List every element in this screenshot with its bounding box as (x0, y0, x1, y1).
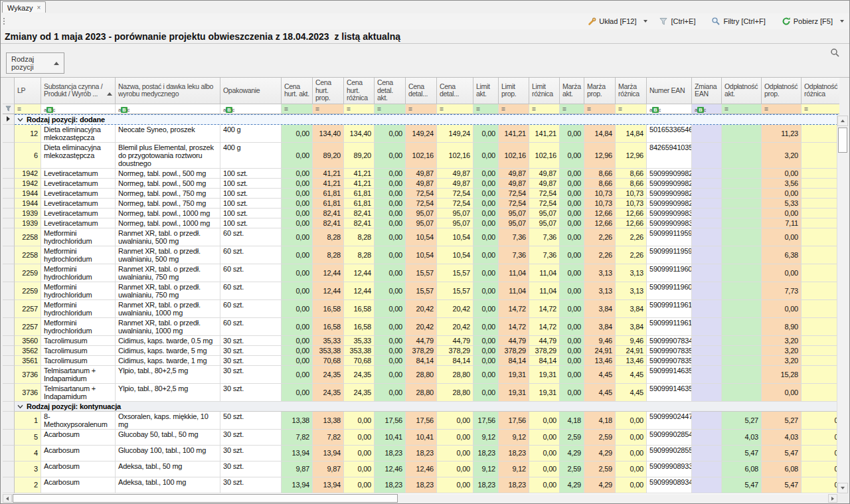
table-row[interactable]: 2257Metformini hydrochloridumRanmet XR, … (3, 300, 839, 318)
table-row[interactable]: 1944LevetiracetamumNormeg, tabl. powl., … (3, 199, 839, 209)
filter-cell-odpl_akt[interactable]: = (722, 104, 762, 114)
column-header-ean[interactable]: Numer EAN (647, 78, 692, 104)
column-header-ch_prop[interactable]: Cena hurt. prop. (313, 78, 344, 104)
cell-mar_prop: 4,29 (584, 446, 616, 462)
table-row[interactable]: 5AcarbosumGlucobay 50, tabl., 50 mg30 sz… (3, 430, 839, 446)
column-header-mar_prop[interactable]: Marża prop. (584, 78, 616, 104)
filter-cell-nazwa[interactable]: aBc (116, 104, 220, 114)
column-header-mar_roz[interactable]: Marża różnica (616, 78, 647, 104)
layout-dropdown-icon[interactable] (643, 20, 647, 23)
table-row[interactable]: 3736Telmisartanum + IndapamidumYlpio, ta… (3, 384, 839, 402)
table-row[interactable]: 2258Metformini hydrochloridumRanmet XR, … (3, 228, 839, 246)
group-by-chip[interactable]: Rodzaj pozycji (6, 52, 64, 74)
column-header-ch_roz[interactable]: Cena hurt. różnica (344, 78, 375, 104)
group-row[interactable]: Rodzaj pozycji: dodane (3, 114, 839, 125)
filter-cell-mar_prop[interactable]: = (584, 104, 616, 114)
cell-lim_akt: 0,00 (473, 366, 499, 384)
filter-cell-mar_akt[interactable]: = (560, 104, 584, 114)
column-header-ch_akt[interactable]: Cena hurt. akt. (282, 78, 313, 104)
column-header-mar_akt[interactable]: Marża akt. (560, 78, 584, 104)
filter-cell-ch_prop[interactable]: = (313, 104, 344, 114)
scroll-up-button[interactable] (837, 116, 848, 126)
table-row[interactable]: 3560TacrolimusumCidimus, kaps. twarde, 0… (3, 336, 839, 346)
table-row[interactable]: 2259Metformini hydrochloridumRanmet XR, … (3, 264, 839, 282)
table-row[interactable]: 4AcarbosumGlucobay 100, tabl., 100 mg30 … (3, 446, 839, 462)
table-row[interactable]: 2258Metformini hydrochloridumRanmet XR, … (3, 246, 839, 264)
filter-cell-ch_akt[interactable]: = (282, 104, 313, 114)
filter-cell-lim_roz[interactable]: = (529, 104, 560, 114)
cell-lim_prop: 19,31 (499, 384, 529, 402)
table-row[interactable]: 2AcarbosumAdeksa, tabl., 100 mg30 szt.13… (3, 477, 839, 493)
collapse-chevron-icon[interactable] (17, 404, 23, 409)
cell-ch_roz: 89,20 (344, 143, 375, 169)
filter-cell-opakowanie[interactable]: aBc (220, 104, 282, 114)
table-row[interactable]: 3AcarbosumAdeksa, tabl., 50 mg30 szt.9,8… (3, 462, 839, 477)
download-dropdown-icon[interactable] (840, 20, 844, 23)
column-header-substancja[interactable]: Substancja czynna / Produkt / Wyrób ... (41, 78, 116, 104)
column-header-odpl_prop[interactable]: Odpłatność prop. (762, 78, 802, 104)
column-header-nazwa[interactable]: Nazwa, postać i dawka leku albo wyrobu m… (116, 78, 220, 104)
table-row[interactable]: 18-MethoxypsoralenumOxsoralen, kaps. mię… (3, 412, 839, 430)
filter-cell-cd_akt[interactable]: = (375, 104, 406, 114)
search-icon[interactable] (830, 48, 840, 58)
horizontal-scrollbar[interactable] (3, 494, 837, 503)
ctrl-e-button[interactable]: [Ctrl+E] (654, 15, 700, 28)
vertical-scroll-thumb[interactable] (838, 127, 847, 153)
table-row[interactable]: 1939LevetiracetamumNormeg, tabl. powl., … (3, 218, 839, 228)
column-header-cd_roz[interactable]: Cena detal... (437, 78, 473, 104)
column-header-lp[interactable]: LP (15, 78, 41, 104)
table-row[interactable]: 1942LevetiracetamumNormeg, tabl. powl., … (3, 169, 839, 179)
scroll-right-button[interactable] (828, 494, 837, 503)
horizontal-scroll-thumb[interactable] (13, 494, 398, 503)
close-icon[interactable]: × (37, 5, 41, 11)
table-row[interactable]: 6Dieta eliminacyjna mlekozastępczaBlemil… (3, 143, 839, 169)
table-row[interactable]: 1944LevetiracetamumNormeg, tabl. powl., … (3, 189, 839, 199)
filter-cell-ean[interactable]: aBc (647, 104, 692, 114)
column-header-cd_prop[interactable]: Cena detal... (406, 78, 437, 104)
vertical-scrollbar[interactable] (837, 116, 848, 493)
column-header-lim_roz[interactable]: Limit różnica (529, 78, 560, 104)
drag-handle-icon[interactable] (3, 18, 6, 25)
scroll-left-button[interactable] (3, 494, 12, 503)
filter-cell-lim_akt[interactable]: = (473, 104, 499, 114)
table-row[interactable]: 2259Metformini hydrochloridumRanmet XR, … (3, 282, 839, 300)
table-row[interactable]: 2257Metformini hydrochloridumRanmet XR, … (3, 318, 839, 336)
filter-cell-lim_prop[interactable]: = (499, 104, 529, 114)
filter-cell-mar_roz[interactable]: = (616, 104, 647, 114)
table-row[interactable]: 3736Telmisartanum + IndapamidumYlpio, ta… (3, 366, 839, 384)
cell-mar_akt: 0,00 (560, 189, 584, 199)
table-row[interactable]: 1939LevetiracetamumNormeg, tabl. powl., … (3, 209, 839, 218)
column-header-cd_akt[interactable]: Cena detal. akt. (375, 78, 406, 104)
download-button[interactable]: Pobierz [F5] (777, 15, 837, 28)
filter-cell-odpl_prop[interactable]: = (762, 104, 802, 114)
filter-cell-ch_roz[interactable]: = (344, 104, 375, 114)
tab-wykazy[interactable]: Wykazy × (2, 1, 46, 13)
table-row[interactable]: 12Dieta eliminacyjna mlekozastępczaNeoca… (3, 125, 839, 143)
column-header-odpl_roz[interactable]: Odpłatność różnica (802, 78, 839, 104)
column-header-opakowanie[interactable]: Opakowanie (220, 78, 282, 104)
column-header-odpl_akt[interactable]: Odpłatność akt. (722, 78, 762, 104)
column-header-lim_akt[interactable]: Limit akt. (473, 78, 499, 104)
filter-cell-zmiana_ean[interactable]: aBc (692, 104, 722, 114)
collapse-chevron-icon[interactable] (17, 118, 23, 122)
table-row[interactable]: 3561TacrolimusumCidimus, kaps. twarde, 1… (3, 356, 839, 366)
filter-cell-cd_prop[interactable]: = (406, 104, 437, 114)
table-row[interactable]: 1942LevetiracetamumNormeg, tabl. powl., … (3, 179, 839, 189)
group-row[interactable]: Rodzaj pozycji: kontynuacja (3, 402, 839, 412)
table-row[interactable]: 3562TacrolimusumCidimus, kaps. twarde, 5… (3, 346, 839, 356)
filters-button[interactable]: Filtry [Ctrl+F] (707, 15, 770, 28)
cell-lim_prop: 95,07 (499, 218, 529, 228)
group-by-panel[interactable]: Rodzaj pozycji (1, 44, 849, 78)
filter-cell-odpl_roz[interactable]: = (802, 104, 839, 114)
scroll-down-button[interactable] (837, 483, 848, 493)
filter-funnel-icon[interactable] (3, 104, 15, 114)
filter-cell-lp[interactable]: = (15, 104, 41, 114)
column-header-zmiana_ean[interactable]: Zmiana EAN (692, 78, 722, 104)
layout-button[interactable]: Układ [F12] (582, 15, 641, 28)
column-header-lim_prop[interactable]: Limit prop. (499, 78, 529, 104)
cell-lim_roz: 72,54 (529, 199, 560, 209)
cell-odpl_prop: 0,00 (762, 300, 802, 318)
filter-cell-substancja[interactable]: aBc (41, 104, 116, 114)
filter-cell-cd_roz[interactable]: = (437, 104, 473, 114)
row-indicator-cell (3, 346, 15, 356)
